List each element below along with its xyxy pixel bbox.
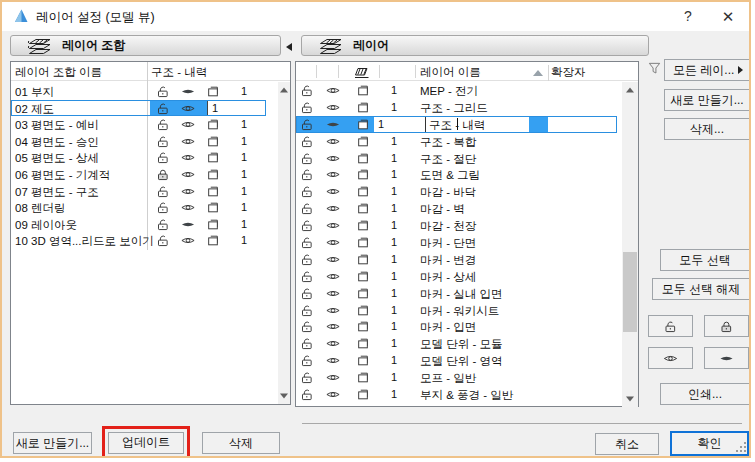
lock-open-icon[interactable] <box>155 101 171 116</box>
eye-closed-icon[interactable] <box>180 217 196 232</box>
cancel-button[interactable]: 취소 <box>595 433 659 455</box>
hatch-column-icon[interactable] <box>353 64 370 79</box>
lock-open-icon[interactable] <box>299 83 315 98</box>
folder-icon[interactable] <box>355 218 371 233</box>
eye-open-icon[interactable] <box>180 184 196 199</box>
layer-row[interactable]: 1 마커 - 단면 <box>296 234 622 251</box>
folder-icon[interactable] <box>355 151 371 166</box>
new-layer-button[interactable]: 새로 만들기... <box>664 89 750 111</box>
eye-open-icon[interactable] <box>325 387 341 402</box>
layer-row[interactable]: 1 구조 - 절단 <box>296 150 622 167</box>
hide-button[interactable] <box>704 347 749 369</box>
folder-icon[interactable] <box>355 353 371 368</box>
layer-combination-row[interactable]: 01 부지 1 <box>11 83 279 100</box>
close-icon[interactable]: ✕ <box>712 2 744 31</box>
eye-open-icon[interactable] <box>325 353 341 368</box>
layer-row[interactable]: 1 부지 & 풍경 - 일반 <box>296 386 622 403</box>
eye-open-icon[interactable] <box>325 151 341 166</box>
eye-open-icon[interactable] <box>325 370 341 385</box>
deselect-all-button[interactable]: 모두 선택 해제 <box>652 278 750 300</box>
lock-open-icon[interactable] <box>299 167 315 182</box>
new-combination-button[interactable]: 새로 만들기... <box>13 432 92 454</box>
folder-icon[interactable] <box>355 336 371 351</box>
column-extension[interactable]: 확장자 <box>551 65 586 80</box>
layer-row[interactable]: 1 구조 - 복합 <box>296 133 622 150</box>
lock-open-icon[interactable] <box>299 134 315 149</box>
layer-row[interactable]: 1 구조 - 그리드 <box>296 99 622 116</box>
right-scrollbar[interactable] <box>622 82 638 407</box>
left-column-header[interactable]: 레이어 조합 이름 구조 - 내력 <box>11 62 290 81</box>
update-button[interactable]: 업데이트 <box>108 432 184 454</box>
folder-icon[interactable] <box>355 117 371 132</box>
eye-open-icon[interactable] <box>325 100 341 115</box>
lock-open-icon[interactable] <box>299 184 315 199</box>
eye-open-icon[interactable] <box>180 117 196 132</box>
eye-open-icon[interactable] <box>180 150 196 165</box>
layer-row[interactable]: 1 모프 - 일반 <box>296 369 622 386</box>
layer-row[interactable]: 1 마감 - 벽 <box>296 200 622 217</box>
folder-icon[interactable] <box>355 252 371 267</box>
left-scrollbar[interactable] <box>278 82 290 404</box>
folder-icon[interactable] <box>205 200 221 215</box>
layer-combination-row[interactable]: 03 평면도 - 예비 1 <box>11 116 279 133</box>
folder-icon[interactable] <box>355 269 371 284</box>
eye-open-icon[interactable] <box>180 134 196 149</box>
folder-icon[interactable] <box>355 387 371 402</box>
lock-open-icon[interactable] <box>155 184 171 199</box>
collapse-panel-icon[interactable] <box>286 43 292 51</box>
layer-row[interactable]: 1 마감 - 천장 <box>296 217 622 234</box>
column-current-layer[interactable]: 구조 - 내력 <box>151 65 207 80</box>
layer-row[interactable]: 1 구조 - 내력 1 구조 - 내력 <box>296 116 622 133</box>
eye-open-icon[interactable] <box>325 235 341 250</box>
delete-layer-button[interactable]: 삭제... <box>664 118 750 140</box>
eye-open-icon[interactable] <box>325 336 341 351</box>
layer-combination-row[interactable]: 09 레이아웃 1 <box>11 216 279 233</box>
eye-open-icon[interactable] <box>325 167 341 182</box>
unlock-button[interactable] <box>648 315 693 337</box>
number-edit-cell[interactable]: 1 <box>207 100 265 117</box>
column-combination-name[interactable]: 레이어 조합 이름 <box>15 65 102 80</box>
folder-icon[interactable] <box>355 303 371 318</box>
lock-open-icon[interactable] <box>155 117 171 132</box>
lock-button[interactable] <box>704 315 749 337</box>
lock-open-icon[interactable] <box>299 252 315 267</box>
eye-open-icon[interactable] <box>325 319 341 334</box>
lock-open-icon[interactable] <box>299 370 315 385</box>
lock-open-icon[interactable] <box>155 233 171 248</box>
delete-combination-button[interactable]: 삭제 <box>202 432 280 454</box>
eye-open-icon[interactable] <box>325 201 341 216</box>
scrollbar-up-icon[interactable] <box>278 82 290 98</box>
folder-icon[interactable] <box>355 100 371 115</box>
layer-combinations-list[interactable]: 레이어 조합 이름 구조 - 내력 01 부지 1 02 제도 1 1 03 평… <box>10 61 291 405</box>
eye-open-icon[interactable] <box>325 303 341 318</box>
show-button[interactable] <box>648 347 693 369</box>
eye-open-icon[interactable] <box>325 184 341 199</box>
folder-icon[interactable] <box>205 84 221 99</box>
resize-grip[interactable] <box>735 442 746 453</box>
layer-combination-row[interactable]: 07 평면도 - 구조 1 <box>11 183 279 200</box>
print-button[interactable]: 인쇄... <box>660 383 750 405</box>
lock-closed-icon[interactable] <box>155 167 171 182</box>
column-layer-name[interactable]: 레이어 이름 <box>420 65 481 80</box>
folder-icon[interactable] <box>205 233 221 248</box>
name-edit-cell[interactable]: 구조 - 내력 <box>426 116 529 133</box>
layer-row[interactable]: 1 마커 - 워키시트 <box>296 302 622 319</box>
right-column-header[interactable]: 레이어 이름 확장자 <box>296 62 638 81</box>
eye-open-icon[interactable] <box>325 134 341 149</box>
help-button[interactable]: ? <box>672 2 704 31</box>
eye-open-icon[interactable] <box>180 200 196 215</box>
lock-open-icon[interactable] <box>299 387 315 402</box>
layers-list[interactable]: 레이어 이름 확장자 1 MEP - 전기 1 구조 - 그리드 1 구조 - … <box>295 61 639 407</box>
layer-filter-dropdown[interactable]: 모든 레이... <box>664 59 750 81</box>
sort-ascending-icon[interactable] <box>533 70 543 76</box>
scrollbar-up-icon[interactable] <box>622 82 638 98</box>
layer-combination-row[interactable]: 02 제도 1 1 <box>11 100 279 117</box>
folder-icon[interactable] <box>355 235 371 250</box>
lock-open-icon[interactable] <box>299 303 315 318</box>
lock-open-icon[interactable] <box>155 200 171 215</box>
layer-combination-row[interactable]: 06 평면도 - 기계적 1 <box>11 166 279 183</box>
folder-icon[interactable] <box>355 201 371 216</box>
layer-combination-row[interactable]: 05 평면도 - 상세 1 <box>11 149 279 166</box>
lock-open-icon[interactable] <box>299 117 315 132</box>
scrollbar-thumb[interactable] <box>623 252 637 332</box>
